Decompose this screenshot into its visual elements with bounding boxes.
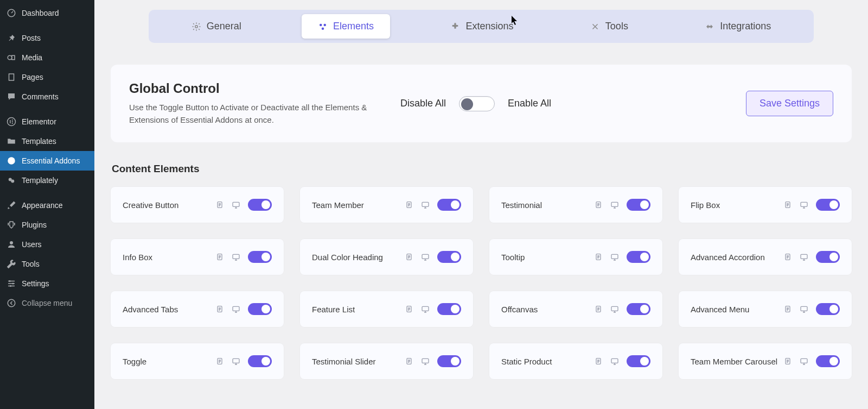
element-toggle[interactable] [627, 303, 650, 315]
element-toggle[interactable] [248, 303, 272, 315]
element-toggle[interactable] [816, 251, 840, 263]
element-toggle[interactable] [437, 355, 461, 367]
element-name: Creative Button [123, 200, 178, 210]
element-name: Offcanvas [501, 305, 538, 314]
sidebar-item-label: Elementor [22, 117, 56, 126]
tab-extensions[interactable]: Extensions [434, 14, 529, 39]
element-toggle[interactable] [437, 199, 461, 211]
sidebar-item-settings[interactable]: Settings [0, 274, 94, 293]
doc-icon[interactable] [594, 253, 603, 261]
desktop-icon[interactable] [610, 200, 619, 209]
element-toggle[interactable] [627, 251, 650, 263]
tab-label: General [207, 21, 241, 32]
element-card: Testimonial [489, 187, 662, 223]
svg-rect-36 [422, 306, 429, 311]
element-name: Dual Color Heading [312, 253, 383, 262]
element-toggle[interactable] [437, 251, 461, 263]
sidebar-item-elementor[interactable]: Elementor [0, 112, 94, 131]
svg-point-14 [320, 23, 322, 26]
sidebar-item-pages[interactable]: Pages [0, 67, 94, 87]
wp-admin-sidebar: Dashboard Posts Media Pages Comments Ele… [0, 0, 94, 409]
svg-rect-3 [9, 74, 14, 80]
desktop-icon[interactable] [800, 305, 808, 313]
save-settings-button[interactable]: Save Settings [746, 91, 833, 116]
element-controls [405, 355, 461, 367]
element-toggle[interactable] [248, 355, 272, 367]
doc-icon[interactable] [594, 305, 603, 313]
desktop-icon[interactable] [232, 200, 240, 209]
element-toggle[interactable] [816, 355, 840, 367]
element-name: Team Member Carousel [691, 357, 777, 366]
doc-icon[interactable] [783, 305, 792, 313]
doc-icon[interactable] [405, 357, 413, 366]
element-toggle[interactable] [437, 303, 461, 315]
desktop-icon[interactable] [232, 305, 240, 313]
doc-icon[interactable] [783, 200, 792, 209]
sliders-icon [7, 279, 16, 288]
sidebar-item-label: Templately [22, 176, 58, 185]
desktop-icon[interactable] [421, 253, 430, 261]
doc-icon[interactable] [215, 253, 224, 261]
doc-icon[interactable] [405, 305, 413, 313]
tab-tools[interactable]: Tools [574, 14, 644, 39]
element-toggle[interactable] [248, 199, 272, 211]
sidebar-item-templates[interactable]: Templates [0, 131, 94, 151]
svg-point-5 [8, 157, 15, 165]
element-toggle[interactable] [816, 303, 840, 315]
sidebar-item-tools[interactable]: Tools [0, 254, 94, 274]
desktop-icon[interactable] [610, 357, 619, 366]
sidebar-item-media[interactable]: Media [0, 48, 94, 67]
sidebar-item-label: Tools [22, 260, 40, 268]
element-card: Static Product [489, 343, 662, 379]
tab-label: Extensions [465, 21, 513, 32]
doc-icon[interactable] [594, 357, 603, 366]
doc-icon[interactable] [594, 200, 603, 209]
desktop-icon[interactable] [421, 200, 430, 209]
desktop-icon[interactable] [232, 253, 240, 261]
desktop-icon[interactable] [232, 357, 240, 366]
sidebar-item-appearance[interactable]: Appearance [0, 196, 94, 215]
element-controls [783, 251, 840, 263]
desktop-icon[interactable] [421, 357, 430, 366]
sidebar-item-posts[interactable]: Posts [0, 28, 94, 48]
doc-icon[interactable] [405, 253, 413, 261]
element-card: Creative Button [111, 187, 284, 223]
global-toggle[interactable] [459, 96, 495, 111]
element-controls [594, 303, 650, 315]
sidebar-item-label: Settings [22, 279, 49, 288]
tab-elements[interactable]: Elements [302, 14, 390, 39]
svg-rect-38 [611, 306, 618, 311]
doc-icon[interactable] [215, 200, 224, 209]
doc-icon[interactable] [783, 253, 792, 261]
element-controls [405, 199, 461, 211]
element-toggle[interactable] [248, 251, 272, 263]
sidebar-item-users[interactable]: Users [0, 235, 94, 254]
global-control-title: Global Control [129, 81, 379, 96]
sidebar-spacer [0, 190, 94, 196]
sidebar-item-dashboard[interactable]: Dashboard [0, 3, 94, 23]
doc-icon[interactable] [215, 357, 224, 366]
element-toggle[interactable] [816, 199, 840, 211]
desktop-icon[interactable] [610, 253, 619, 261]
tab-label: Tools [605, 21, 628, 32]
sidebar-collapse[interactable]: Collapse menu [0, 293, 94, 313]
tab-integrations[interactable]: Integrations [688, 14, 787, 39]
desktop-icon[interactable] [800, 357, 808, 366]
sidebar-item-plugins[interactable]: Plugins [0, 215, 94, 235]
element-toggle[interactable] [627, 199, 650, 211]
doc-icon[interactable] [215, 305, 224, 313]
settings-tabbar: General Elements Extensions Tools Integr… [149, 10, 814, 43]
sidebar-item-templately[interactable]: Templately [0, 171, 94, 190]
desktop-icon[interactable] [800, 200, 808, 209]
desktop-icon[interactable] [421, 305, 430, 313]
element-card: Offcanvas [489, 291, 662, 327]
element-toggle[interactable] [627, 355, 650, 367]
element-controls [215, 355, 272, 367]
sidebar-item-comments[interactable]: Comments [0, 87, 94, 106]
desktop-icon[interactable] [800, 253, 808, 261]
desktop-icon[interactable] [610, 305, 619, 313]
tab-general[interactable]: General [175, 14, 258, 39]
doc-icon[interactable] [783, 357, 792, 366]
sidebar-item-essential-addons[interactable]: Essential Addons [0, 151, 94, 171]
doc-icon[interactable] [405, 200, 413, 209]
